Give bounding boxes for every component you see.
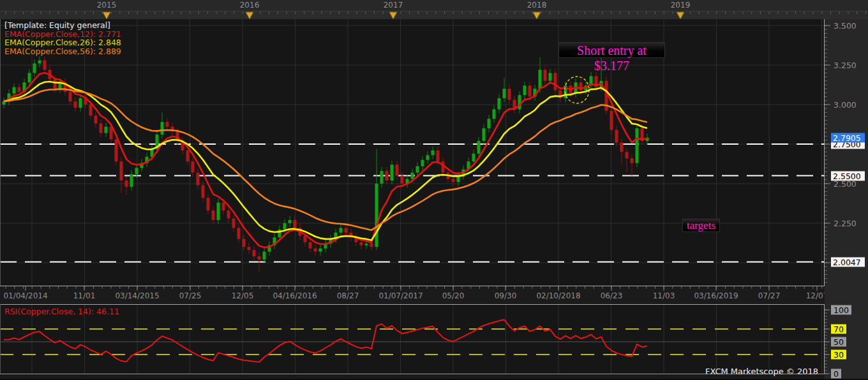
rsi-chart-canvas[interactable] <box>0 304 825 379</box>
legend-ema26-label[interactable]: EMA(Copper.Close,26): 2.848 <box>4 38 121 47</box>
x-axis-label: 07/27 <box>758 291 781 300</box>
level-price-tag: 2.0047 <box>831 257 865 267</box>
x-axis-label: 03/14/2015 <box>115 291 159 300</box>
rsi-axis-tag: 100 <box>831 305 851 315</box>
year-marker-triangle[interactable] <box>677 12 684 19</box>
x-axis-label: 03/16/2019 <box>694 291 738 300</box>
year-label: 2015 <box>97 1 117 10</box>
legend-template-label[interactable]: [Template: Equity general] <box>4 21 121 30</box>
watermark-label: FXCM Marketscope © 2018 <box>705 367 818 376</box>
rsi-indicator-pane[interactable] <box>0 304 825 379</box>
ema-line[interactable] <box>4 89 647 230</box>
price-chart-pane[interactable] <box>0 19 825 286</box>
price-axis-label: 3.500 <box>834 21 857 31</box>
price-chart-canvas[interactable] <box>0 19 825 286</box>
price-axis-label: 3.250 <box>834 61 857 70</box>
x-axis-label: 04/16/2016 <box>273 291 317 300</box>
ema-line[interactable] <box>4 82 647 240</box>
x-axis-label: 01/04/2014 <box>3 291 47 300</box>
last-price-tag: 2.7905 <box>831 133 865 142</box>
year-axis-strip: 20152016201720182019 <box>0 0 868 11</box>
level-price-tag: 2.5500 <box>831 171 865 180</box>
rsi-axis-tag: 70 <box>831 325 846 334</box>
x-axis-label: 07/25 <box>179 291 202 300</box>
price-axis-label: 2.250 <box>834 219 857 228</box>
x-axis-label: 11/03 <box>653 291 675 300</box>
legend-ema12-label[interactable]: EMA(Copper.Close,12): 2.771 <box>4 30 121 39</box>
x-axis-label: 01/07/2017 <box>378 291 423 300</box>
year-label: 2018 <box>527 1 547 10</box>
timeline-ruler[interactable] <box>0 11 868 19</box>
year-label: 2019 <box>671 1 691 10</box>
x-axis-label: 02/10/2018 <box>536 291 580 300</box>
price-axis[interactable]: 3.5003.2503.0002.5002.2502.79052.75002.5… <box>825 19 868 379</box>
targets-annotation[interactable]: targets <box>682 219 720 232</box>
support-resistance-lines[interactable] <box>0 144 825 262</box>
year-marker-triangle[interactable] <box>389 12 397 19</box>
x-axis-label: 09/30 <box>495 291 517 300</box>
chart-legend: [Template: Equity general] EMA(Copper.Cl… <box>4 21 121 55</box>
rsi-axis-tag: 0 <box>831 369 841 379</box>
year-marker-triangle[interactable] <box>246 12 253 19</box>
short-entry-annotation[interactable]: Short entry at $3.177 <box>558 42 665 58</box>
rsi-line[interactable] <box>4 319 647 362</box>
legend-ema56-label[interactable]: EMA(Copper.Close,56): 2.889 <box>4 47 121 56</box>
x-axis-label: 05/20 <box>442 291 465 300</box>
year-label: 2017 <box>384 1 403 10</box>
x-axis-ticks <box>0 286 825 291</box>
x-axis-label: 11/01 <box>73 291 96 300</box>
rsi-axis-tag: 50 <box>831 337 846 347</box>
year-label: 2016 <box>240 1 260 10</box>
x-axis-label: 12/05 <box>232 291 254 300</box>
year-marker-triangle[interactable] <box>103 12 110 19</box>
x-axis-label: 06/23 <box>601 291 623 300</box>
rsi-legend-label[interactable]: RSI(Copper.Close, 14): 46.11 <box>4 307 119 316</box>
rsi-axis-tag: 30 <box>831 350 846 360</box>
x-axis-strip[interactable]: 01/04/201411/0103/14/201507/2512/0504/16… <box>0 286 825 304</box>
year-marker-triangle[interactable] <box>533 12 541 19</box>
x-axis-label: 08/27 <box>337 291 359 300</box>
price-axis-label: 3.000 <box>834 100 857 110</box>
fxcm-marketscope-window: 20152016201720182019 [Template: Equity g… <box>0 0 868 380</box>
timeline-ruler-canvas[interactable] <box>0 11 868 19</box>
